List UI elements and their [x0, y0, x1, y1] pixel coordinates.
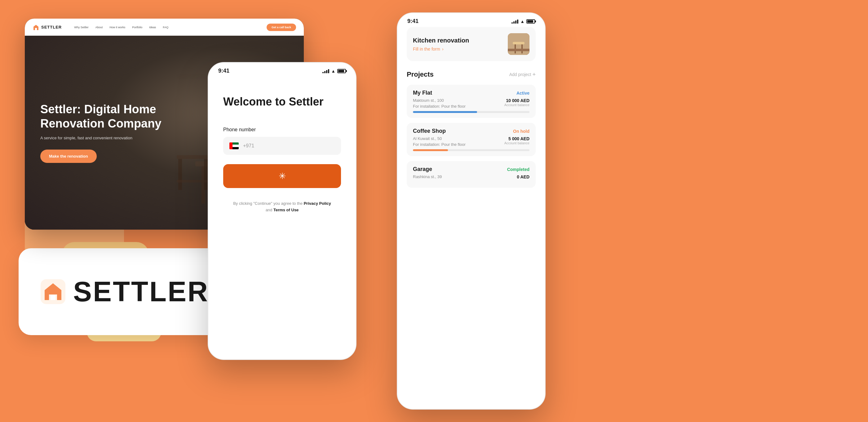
project-item-garage[interactable]: Garage Completed Rashkina st., 39 0 AED: [407, 161, 536, 188]
project-flat-header: My Flat Active: [413, 90, 529, 96]
project-coffee-task: For installation: Pour the floor: [413, 142, 466, 147]
projects-header: Projects Add project +: [407, 71, 536, 79]
project-coffee-address-task: Al Kuwait st., 50 For installation: Pour…: [413, 136, 466, 147]
project-garage-header: Garage Completed: [413, 166, 529, 172]
hero-cta-button[interactable]: Make the renovation: [40, 149, 97, 163]
website-navbar: SETTLER Why Settler About How it works P…: [25, 19, 304, 36]
signal-bar-4: [328, 69, 329, 73]
plus-icon: +: [532, 72, 536, 78]
projects-signal-icon: [512, 19, 518, 24]
terms-prefix: By clicking "Continue" you agree to the: [233, 201, 303, 206]
website-logo-label: SETTLER: [41, 25, 62, 29]
terms-and: and: [266, 207, 273, 212]
signal-bars-icon: [322, 69, 329, 73]
flag-uae-icon: [229, 142, 239, 149]
website-logo: SETTLER: [33, 24, 62, 31]
svg-rect-7: [177, 155, 208, 159]
terms-of-use-link[interactable]: Terms of Use: [273, 207, 299, 212]
project-garage-name: Garage: [413, 166, 432, 172]
project-coffee-balance: 5 000 AED: [504, 136, 529, 141]
house-icon: [39, 278, 67, 306]
project-coffee-balance-row: Al Kuwait st., 50 For installation: Pour…: [413, 136, 529, 147]
projects-section-title: Projects: [407, 71, 434, 79]
wifi-icon: ▲: [331, 68, 335, 74]
battery-fill: [338, 70, 344, 72]
spinner-icon: ✳: [279, 171, 286, 181]
svg-rect-8: [178, 159, 182, 190]
signal-bar-1: [322, 72, 323, 73]
project-flat-task: For installation: Pour the floor: [413, 104, 466, 109]
nav-about[interactable]: About: [95, 26, 103, 29]
website-logo-icon: [33, 24, 39, 31]
signal-bar-2: [324, 71, 326, 73]
project-coffee-name: Coffee Shop: [413, 128, 446, 134]
battery-icon: [337, 69, 346, 73]
signal-bar-3: [326, 70, 328, 73]
project-flat-name: My Flat: [413, 90, 432, 96]
svg-rect-22: [508, 49, 529, 51]
project-item-flat[interactable]: My Flat Active Maktoum st., 100 For inst…: [407, 85, 536, 118]
phone-label: Phone number: [223, 127, 256, 133]
logo-card: SETTLER: [19, 248, 229, 335]
projects-status-icons: ▲: [512, 19, 535, 24]
projects-battery-icon: [526, 19, 535, 24]
project-coffee-address: Al Kuwait st., 50: [413, 136, 466, 141]
project-item-coffee[interactable]: Coffee Shop On hold Al Kuwait st., 50 Fo…: [407, 123, 536, 156]
kitchen-card-image: [508, 33, 529, 55]
login-time: 9:41: [218, 68, 229, 74]
project-garage-status: Completed: [507, 167, 529, 172]
website-cta-button[interactable]: Get a call back: [267, 24, 296, 31]
project-flat-address: Maktoum st., 100: [413, 98, 466, 103]
nav-why-settler[interactable]: Why Settler: [74, 26, 89, 29]
privacy-policy-link[interactable]: Privacy Policy: [304, 201, 331, 206]
hero-title: Settler: Digital Home Renovation Company: [40, 103, 180, 131]
svg-rect-10: [177, 180, 208, 182]
continue-button[interactable]: ✳: [223, 164, 341, 188]
project-garage-balance-row: Rashkina st., 39 0 AED: [413, 174, 529, 180]
logo-text: SETTLER: [73, 276, 209, 308]
project-flat-balance-row: Maktoum st., 100 For installation: Pour …: [413, 98, 529, 109]
kitchen-illustration: [508, 33, 529, 55]
project-coffee-balance-label: Account balance: [504, 141, 529, 145]
website-nav-links: Why Settler About How it works Portfolio…: [74, 26, 260, 29]
project-garage-balance-info: 0 AED: [517, 174, 529, 180]
svg-rect-21: [513, 42, 525, 45]
project-coffee-progress-track: [413, 149, 529, 151]
svg-rect-9: [204, 159, 208, 190]
mobile-projects-screen: 9:41 ▲ Kitchen renovation Fill in the fo…: [397, 12, 546, 410]
projects-wifi-icon: ▲: [520, 19, 525, 24]
terms-text: By clicking "Continue" you agree to the …: [223, 200, 341, 214]
nav-how-it-works[interactable]: How it works: [110, 26, 125, 29]
projects-status-bar: 9:41 ▲: [397, 13, 545, 27]
kitchen-card-left: Kitchen renovation Fill in the form ›: [413, 37, 469, 52]
project-flat-progress-fill: [413, 111, 477, 113]
kitchen-card-action[interactable]: Fill in the form ›: [413, 47, 469, 52]
mobile-login-screen: 9:41 ▲ Welcome to Settler Phone number: [208, 62, 356, 360]
welcome-title: Welcome to Settler: [223, 95, 323, 108]
project-flat-balance: 10 000 AED: [504, 98, 529, 103]
project-flat-progress-track: [413, 111, 529, 113]
add-project-label: Add project: [509, 72, 531, 77]
project-coffee-progress-fill: [413, 149, 448, 151]
nav-portfolio[interactable]: Portfolio: [132, 26, 142, 29]
project-flat-address-task: Maktoum st., 100 For installation: Pour …: [413, 98, 466, 109]
login-status-icons: ▲: [322, 68, 346, 74]
project-coffee-balance-info: 5 000 AED Account balance: [504, 136, 529, 147]
svg-rect-1: [51, 295, 56, 300]
phone-code: +971: [243, 143, 254, 149]
nav-faq[interactable]: FAQ: [163, 26, 168, 29]
fill-form-text: Fill in the form: [413, 47, 440, 52]
project-flat-balance-label: Account balance: [504, 103, 529, 107]
kitchen-card[interactable]: Kitchen renovation Fill in the form ›: [407, 27, 536, 61]
hero-subtitle: A service for simple, fast and convenien…: [40, 136, 288, 140]
project-flat-status: Active: [517, 91, 529, 95]
add-project-button[interactable]: Add project +: [509, 72, 536, 78]
project-garage-address: Rashkina st., 39: [413, 174, 442, 179]
projects-time: 9:41: [407, 18, 418, 25]
project-flat-balance-info: 10 000 AED Account balance: [504, 98, 529, 109]
chevron-right-icon: ›: [442, 47, 444, 52]
nav-ideas[interactable]: Ideas: [149, 26, 156, 29]
kitchen-card-title: Kitchen renovation: [413, 37, 469, 44]
project-coffee-status: On hold: [513, 129, 529, 134]
login-status-bar: 9:41 ▲: [208, 63, 356, 77]
